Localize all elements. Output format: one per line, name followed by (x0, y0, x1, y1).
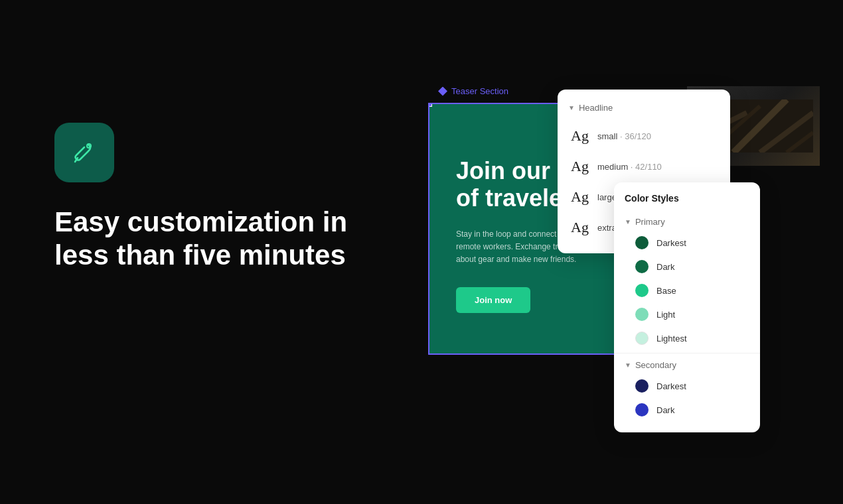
color-name-primary-dark: Dark (656, 262, 674, 272)
teaser-label-text: Teaser Section (451, 86, 508, 96)
color-dot-primary-dark (635, 260, 649, 273)
color-name-primary-lightest: Lightest (656, 334, 687, 344)
headline-row-small: Ag small · 36/120 (558, 121, 730, 151)
color-name-secondary-dark: Dark (656, 405, 674, 415)
color-dot-primary-darkest (635, 236, 649, 249)
headline-caret: ▼ (568, 104, 575, 111)
canvas-area: Teaser Section Join our comof travelers.… (428, 86, 820, 398)
color-dot-secondary-darkest (635, 379, 649, 393)
color-name-primary-base: Base (656, 286, 676, 296)
hero-text: Easy customization in less than five min… (54, 206, 347, 273)
join-button[interactable]: Join now (456, 287, 530, 313)
teaser-icon (438, 87, 447, 96)
color-row-primary-lightest: Lightest (614, 326, 760, 350)
ag-sample-medium: Ag (571, 158, 589, 175)
color-row-primary-light: Light (614, 302, 760, 326)
hero-line2: less than five minutes (54, 239, 346, 271)
ag-sample-small: Ag (571, 127, 589, 145)
frame-corner (428, 103, 432, 107)
color-dot-primary-lightest (635, 332, 649, 345)
color-dot-primary-light (635, 308, 649, 321)
headline-section-label: Headline (579, 103, 613, 113)
color-panel-title: Color Styles (614, 193, 760, 213)
secondary-label: Secondary (635, 360, 676, 370)
color-name-secondary-darkest: Darkest (656, 381, 686, 391)
primary-caret: ▼ (625, 218, 631, 225)
color-group-secondary-header: ▼ Secondary (614, 356, 760, 374)
hero-line1: Easy customization in (54, 206, 347, 237)
headline-row-medium: Ag medium · 42/110 (558, 151, 730, 182)
color-row-secondary-darkest: Darkest (614, 374, 760, 398)
color-dot-primary-base (635, 284, 649, 297)
ag-label-medium: medium · 42/110 (597, 162, 662, 172)
color-row-primary-dark: Dark (614, 255, 760, 279)
color-name-primary-light: Light (656, 310, 675, 320)
color-row-secondary-dark: Dark (614, 398, 760, 422)
primary-label: Primary (635, 217, 665, 227)
secondary-caret: ▼ (625, 361, 631, 369)
teaser-label: Teaser Section (438, 86, 508, 96)
app-icon (54, 123, 114, 182)
ag-label-small: small · 36/120 (597, 131, 651, 141)
color-name-primary-darkest: Darkest (656, 238, 686, 248)
ag-sample-large: Ag (571, 188, 589, 206)
color-panel: Color Styles ▼ Primary Darkest Dark Base… (614, 182, 760, 432)
ag-sample-xl: Ag (571, 219, 589, 236)
color-divider (614, 353, 760, 353)
color-row-primary-darkest: Darkest (614, 231, 760, 255)
color-group-primary-header: ▼ Primary (614, 213, 760, 231)
color-dot-secondary-dark (635, 403, 649, 416)
headline-section-header: ▼ Headline (558, 100, 730, 121)
color-row-primary-base: Base (614, 279, 760, 302)
